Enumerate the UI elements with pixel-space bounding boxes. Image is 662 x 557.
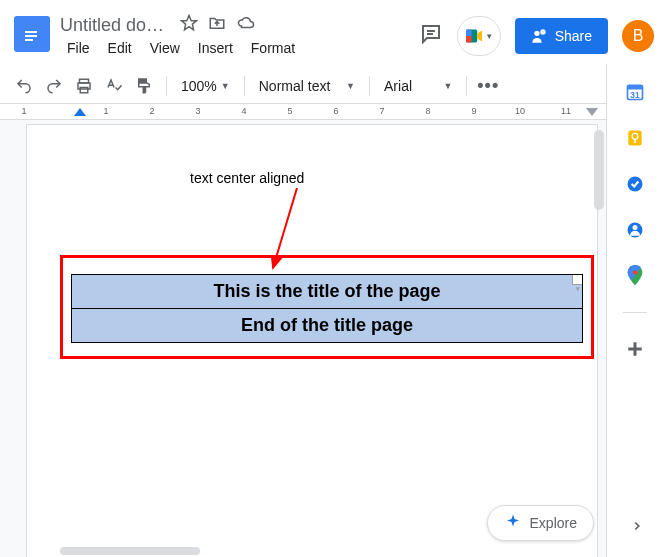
svg-rect-16	[144, 86, 146, 93]
comments-icon[interactable]	[419, 22, 443, 50]
ruler-tick: 11	[561, 106, 571, 116]
svg-rect-21	[628, 131, 641, 146]
tasks-icon[interactable]	[625, 174, 645, 194]
font-select[interactable]: Arial ▼	[380, 78, 456, 94]
docs-logo-icon[interactable]	[14, 16, 50, 52]
ruler-tick: 7	[379, 106, 384, 116]
table-cell-text: This is the title of the page	[213, 281, 440, 301]
menu-file[interactable]: File	[60, 38, 97, 58]
svg-rect-7	[466, 36, 472, 42]
document-table[interactable]: This is the title of the page▾ End of th…	[71, 274, 583, 343]
table-cell-end[interactable]: End of the title page	[72, 309, 583, 343]
table-cell-text: End of the title page	[241, 315, 413, 335]
account-avatar[interactable]: B	[622, 20, 654, 52]
annotation-highlight-box: This is the title of the page▾ End of th…	[60, 255, 594, 359]
table-cell-handle-icon[interactable]: ▾	[572, 275, 582, 285]
menu-edit[interactable]: Edit	[101, 38, 139, 58]
ruler-tick: 1	[21, 106, 26, 116]
addons-icon[interactable]	[625, 339, 645, 359]
explore-icon	[504, 513, 522, 534]
move-icon[interactable]	[208, 14, 226, 36]
zoom-select[interactable]: 100%▼	[177, 78, 234, 94]
undo-button[interactable]	[12, 74, 36, 98]
cloud-status-icon[interactable]	[236, 14, 256, 36]
hide-sidepanel-icon[interactable]	[630, 519, 644, 537]
svg-rect-19	[627, 85, 642, 89]
keep-icon[interactable]	[625, 128, 645, 148]
horizontal-ruler[interactable]: 1 1 2 3 4 5 6 7 8 9 10 11	[0, 104, 606, 120]
explore-label: Explore	[530, 515, 577, 531]
zoom-value: 100%	[181, 78, 217, 94]
ruler-tick: 8	[425, 106, 430, 116]
side-panel: 31	[606, 64, 662, 557]
more-tools-button[interactable]: •••	[477, 75, 499, 96]
svg-rect-0	[25, 31, 37, 33]
ruler-tick: 6	[333, 106, 338, 116]
meet-button[interactable]: ▼	[457, 16, 501, 56]
vertical-scrollbar[interactable]	[594, 130, 604, 210]
style-select[interactable]: Normal text ▼	[255, 78, 359, 94]
ruler-tick: 1	[103, 106, 108, 116]
menu-view[interactable]: View	[143, 38, 187, 58]
explore-button[interactable]: Explore	[487, 505, 594, 541]
print-button[interactable]	[72, 74, 96, 98]
ruler-right-marker[interactable]	[586, 108, 598, 116]
style-value: Normal text	[259, 78, 331, 94]
maps-icon[interactable]	[625, 266, 645, 286]
toolbar: 100%▼ Normal text ▼ Arial ▼ •••	[0, 68, 662, 104]
menu-insert[interactable]: Insert	[191, 38, 240, 58]
ruler-tick: 3	[195, 106, 200, 116]
svg-rect-23	[634, 140, 636, 143]
redo-button[interactable]	[42, 74, 66, 98]
share-button[interactable]: Share	[515, 18, 608, 54]
table-cell-title[interactable]: This is the title of the page▾	[72, 275, 583, 309]
svg-point-26	[632, 225, 637, 230]
svg-rect-2	[25, 39, 33, 41]
doc-title[interactable]: Untitled doc...	[60, 15, 170, 36]
svg-text:31: 31	[630, 90, 640, 100]
calendar-icon[interactable]: 31	[625, 82, 645, 102]
svg-rect-1	[25, 35, 37, 37]
share-label: Share	[555, 28, 592, 44]
svg-rect-6	[466, 30, 472, 36]
ruler-tick: 10	[515, 106, 525, 116]
contacts-icon[interactable]	[625, 220, 645, 240]
ruler-indent-marker[interactable]	[74, 108, 86, 116]
svg-rect-31	[628, 348, 642, 351]
star-icon[interactable]	[180, 14, 198, 36]
horizontal-scrollbar[interactable]	[60, 547, 200, 555]
svg-rect-15	[138, 78, 147, 83]
ruler-tick: 9	[471, 106, 476, 116]
paint-format-button[interactable]	[132, 74, 156, 98]
ruler-tick: 4	[241, 106, 246, 116]
ruler-tick: 5	[287, 106, 292, 116]
svg-point-29	[632, 270, 636, 274]
svg-point-8	[534, 31, 539, 36]
annotation-label: text center aligned	[190, 170, 304, 186]
ruler-tick: 2	[149, 106, 154, 116]
spellcheck-button[interactable]	[102, 74, 126, 98]
menu-format[interactable]: Format	[244, 38, 302, 58]
font-value: Arial	[384, 78, 412, 94]
